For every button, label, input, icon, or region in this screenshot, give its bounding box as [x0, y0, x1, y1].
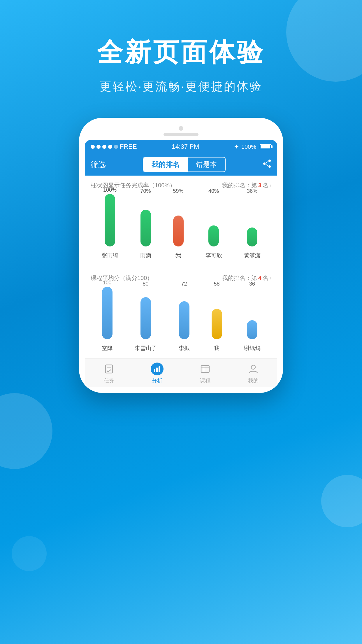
bg-decoration-2 [0, 393, 52, 469]
bar-value-4: 40% [208, 188, 219, 194]
battery-pct: 100% [241, 144, 256, 150]
phone-speaker [164, 133, 198, 136]
rank-suffix-1: 名 [263, 181, 268, 189]
bar2-item-1: 100 空降 [102, 288, 113, 352]
bar2-name-2: 朱雪山子 [135, 344, 157, 352]
svg-rect-10 [159, 366, 160, 372]
bar2-5 [247, 320, 257, 339]
svg-line-3 [266, 161, 268, 163]
hero-subtitle: 更轻松·更流畅·更便捷的体验 [0, 78, 362, 94]
chart-section-1: 柱状图显示任务完成率（100%） 我的排名：第 3 名 › 100% [85, 176, 277, 268]
svg-point-0 [268, 160, 271, 162]
signal-dot-2 [96, 145, 101, 149]
bar2-item-2: 80 朱雪山子 [135, 288, 157, 352]
bar2-name-5: 谢纸鸽 [244, 344, 261, 352]
chart-rank-2[interactable]: 我的排名：第 4 名 › [222, 274, 271, 282]
battery-bar [260, 144, 271, 149]
bar-2 [140, 210, 151, 246]
bar-value-2: 70% [140, 188, 151, 194]
svg-point-1 [263, 162, 266, 165]
phone-screen: FREE 14:37 PM ✦ 100% 筛选 我的排名 错题本 [85, 140, 277, 387]
tab-profile[interactable]: 我的 [247, 363, 260, 384]
tab-task-label: 任务 [104, 377, 114, 384]
phone-camera [179, 126, 183, 131]
bottom-tab-bar: 任务 分析 [85, 358, 277, 387]
bar-name-3: 我 [175, 252, 181, 259]
filter-label[interactable]: 筛选 [91, 160, 106, 170]
bg-decoration-3 [321, 475, 362, 527]
bar-name-2: 雨滴 [140, 252, 151, 259]
analysis-icon [151, 363, 164, 375]
bg-decoration-4 [12, 536, 47, 571]
bar2-3 [179, 301, 189, 339]
bar-item-2: 70% 雨滴 [140, 195, 151, 259]
bar-value-3: 59% [173, 188, 183, 194]
signal-dot-5 [114, 145, 118, 149]
bar2-name-4: 我 [214, 344, 219, 352]
bar-item-4: 40% 李可欣 [205, 195, 222, 259]
bar2-item-4: 58 我 [212, 288, 222, 352]
bar2-item-5: 36 谢纸鸽 [244, 288, 261, 352]
bar-value-5: 36% [247, 188, 257, 194]
svg-point-14 [251, 365, 255, 369]
bluetooth-icon: ✦ [234, 143, 239, 150]
bar2-value-3: 72 [181, 281, 187, 287]
bar-name-4: 李可欣 [205, 252, 222, 259]
phone-mockup: FREE 14:37 PM ✦ 100% 筛选 我的排名 错题本 [0, 118, 362, 393]
chevron-right-icon-2: › [270, 275, 271, 281]
tab-analysis[interactable]: 分析 [151, 363, 164, 384]
svg-rect-9 [156, 368, 158, 372]
bar2-2 [140, 297, 151, 339]
signal-dot-3 [102, 145, 106, 149]
course-icon [199, 363, 212, 375]
bar2-name-3: 李振 [179, 344, 190, 352]
rank-num-1: 3 [258, 182, 261, 189]
status-right: ✦ 100% [234, 143, 271, 150]
bar-name-5: 黄潇潇 [244, 252, 261, 259]
status-bar: FREE 14:37 PM ✦ 100% [85, 140, 277, 153]
time-label: 14:37 PM [172, 143, 199, 150]
status-left: FREE [91, 143, 137, 150]
bar-1 [105, 194, 115, 246]
bar2-value-5: 36 [249, 281, 255, 287]
signal-dot-1 [91, 145, 95, 149]
svg-rect-11 [201, 365, 209, 372]
bar2-name-1: 空降 [102, 344, 113, 352]
bar2-4 [212, 309, 222, 339]
tab-analysis-label: 分析 [152, 377, 162, 384]
bar-value-1: 100% [103, 187, 117, 193]
phone-outer: FREE 14:37 PM ✦ 100% 筛选 我的排名 错题本 [79, 118, 283, 393]
bar2-value-2: 80 [143, 281, 148, 287]
bar2-item-3: 72 李振 [179, 288, 190, 352]
svg-point-2 [268, 165, 271, 168]
signal-dot-4 [108, 145, 112, 149]
carrier-label: FREE [120, 143, 137, 150]
rank-suffix-2: 名 [263, 274, 268, 282]
bar-name-1: 张雨绮 [102, 252, 118, 259]
rank-num-2: 4 [258, 275, 261, 281]
tab-task[interactable]: 任务 [103, 363, 115, 384]
bar2-value-1: 100 [103, 280, 111, 286]
profile-icon [247, 363, 260, 375]
bar-item-3: 59% 我 [173, 195, 184, 259]
tab-wrong-book[interactable]: 错题本 [188, 158, 225, 172]
bar-4 [208, 225, 219, 246]
share-icon[interactable] [263, 160, 271, 170]
tab-course[interactable]: 课程 [199, 363, 212, 384]
bar-item-1: 100% 张雨绮 [102, 195, 118, 259]
bar-item-5: 36% 黄潇潇 [244, 195, 261, 259]
svg-line-4 [266, 164, 268, 166]
bar-5 [247, 228, 257, 246]
chevron-right-icon-1: › [270, 182, 271, 188]
tab-profile-label: 我的 [248, 377, 259, 384]
battery-fill [261, 145, 270, 148]
bar2-value-4: 58 [214, 281, 219, 287]
tab-my-rank[interactable]: 我的排名 [143, 158, 188, 172]
chart-section-2: 课程平均分（满分100） 我的排名：第 4 名 › 100 [85, 268, 277, 358]
tab-course-label: 课程 [200, 377, 210, 384]
nav-tabs: 我的排名 错题本 [143, 157, 226, 172]
svg-rect-8 [154, 369, 155, 372]
nav-bar: 筛选 我的排名 错题本 [85, 153, 277, 176]
bar2-1 [102, 287, 113, 339]
task-icon [103, 363, 115, 375]
